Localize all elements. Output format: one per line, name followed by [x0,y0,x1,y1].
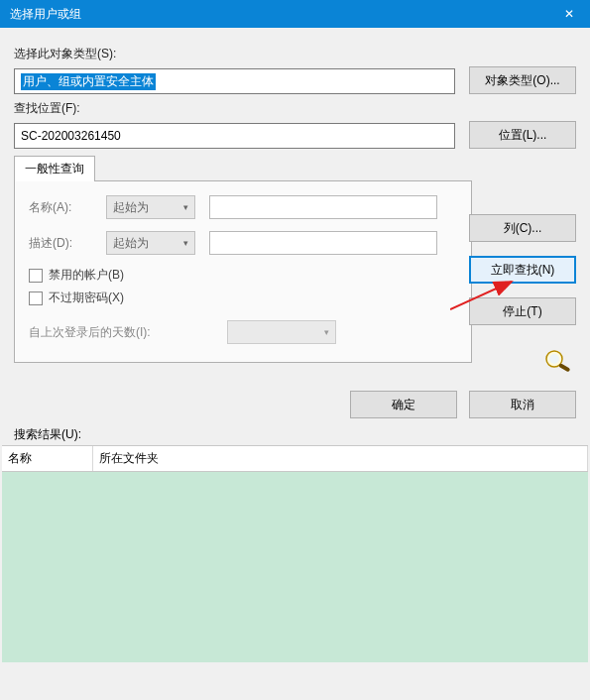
description-label: 描述(D): [29,235,106,252]
object-type-field[interactable]: 用户、组或内置安全主体 [14,68,455,94]
tab-general-query[interactable]: 一般性查询 [14,156,95,181]
name-label: 名称(A): [29,199,106,216]
search-results-label: 搜索结果(U): [14,426,590,443]
ok-button[interactable]: 确定 [350,391,457,418]
cancel-button[interactable]: 取消 [469,391,576,418]
svg-rect-1 [558,363,570,372]
object-type-value: 用户、组或内置安全主体 [21,73,156,90]
object-types-button[interactable]: 对象类型(O)... [469,66,576,94]
description-match-combo[interactable]: 起始为 ▾ [106,231,195,255]
description-input[interactable] [209,231,437,255]
results-col-folder[interactable]: 所在文件夹 [93,446,588,471]
close-icon: ✕ [564,7,574,21]
svg-point-2 [549,354,559,364]
name-input[interactable] [209,195,437,219]
window-title: 选择用户或组 [10,6,81,23]
disabled-accounts-label: 禁用的帐户(B) [49,267,124,284]
non-expiring-password-label: 不过期密码(X) [49,290,124,306]
results-col-name[interactable]: 名称 [2,446,93,471]
non-expiring-password-checkbox[interactable] [29,292,43,305]
find-now-button[interactable]: 立即查找(N) [469,256,576,284]
days-since-logon-combo[interactable]: ▾ [227,320,336,344]
locations-button[interactable]: 位置(L)... [469,121,576,149]
days-since-logon-label: 自上次登录后的天数(I): [29,324,227,341]
location-label: 查找位置(F): [14,100,576,117]
disabled-accounts-checkbox[interactable] [29,269,43,283]
close-button[interactable]: ✕ [548,0,590,28]
object-type-label: 选择此对象类型(S): [14,46,576,62]
chevron-down-icon: ▾ [324,327,329,337]
chevron-down-icon: ▾ [183,238,188,248]
general-query-panel: 名称(A): 起始为 ▾ 描述(D): 起始为 ▾ 禁用的帐户(B) 不过期密码… [14,180,472,363]
chevron-down-icon: ▾ [183,202,188,212]
results-header: 名称 所在文件夹 [2,445,588,472]
location-field[interactable]: SC-202003261450 [14,123,455,149]
location-value: SC-202003261450 [21,129,121,143]
columns-button[interactable]: 列(C)... [469,214,576,242]
results-list[interactable] [2,472,588,662]
stop-button[interactable]: 停止(T) [469,297,576,325]
name-match-combo[interactable]: 起始为 ▾ [106,195,195,219]
search-magnifier-icon [540,347,576,375]
